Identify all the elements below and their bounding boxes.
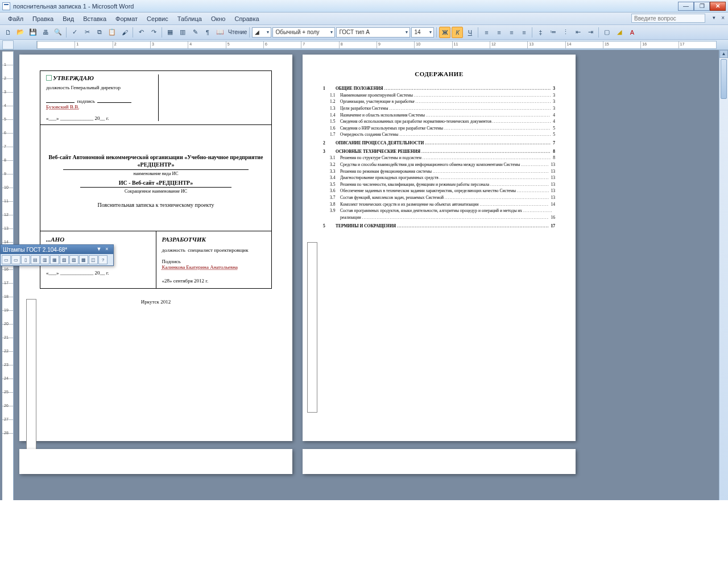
document-canvas[interactable]: УТВЕРЖДАЮ должность Генеральный директор… (14, 50, 719, 537)
copy-button[interactable]: ⧉ (94, 27, 105, 38)
gost-side-stamp (26, 299, 36, 469)
help-dropdown-icon[interactable]: ▾ (713, 15, 715, 20)
font-size-combo[interactable]: 14 (411, 27, 434, 38)
numbering-button[interactable]: ≔ (547, 27, 559, 38)
gost-stamp-button[interactable]: ▭ (2, 255, 11, 264)
gost-stamp-button[interactable]: ◫ (89, 255, 98, 264)
gost-stamp-button[interactable]: ▥ (40, 255, 49, 264)
approve-heading: УТВЕРЖДАЮ (53, 74, 94, 81)
align-justify-button[interactable]: ≡ (518, 27, 530, 38)
toc-title: СОДЕРЖАНИЕ (323, 70, 555, 77)
menu-format[interactable]: Формат (112, 14, 141, 23)
gost-help-button[interactable]: ? (98, 255, 107, 264)
gost-stamp-button[interactable]: ▧ (60, 255, 69, 264)
gost-dropdown-icon[interactable]: ▼ (95, 246, 103, 253)
toolbar-separator (133, 27, 133, 38)
position-label: должность (46, 85, 69, 90)
gost-stamp-button[interactable]: ▨ (69, 255, 78, 264)
menu-table[interactable]: Таблица (174, 14, 205, 23)
sokr-label: Сокращенное наименование ИС (46, 189, 266, 194)
columns-button[interactable]: ▥ (177, 27, 188, 38)
gost-stamp-button[interactable]: ▯ (21, 255, 30, 264)
pilcrow-button[interactable]: ¶ (202, 27, 213, 38)
gost-stamp-button[interactable]: ▤ (31, 255, 40, 264)
open-button[interactable]: 📂 (15, 27, 26, 38)
project-title: Веб-сайт Автономной некоммерческой орган… (46, 153, 266, 168)
undo-button[interactable]: ↶ (135, 27, 147, 38)
toolbar-separator (436, 27, 437, 38)
table-of-contents: 1ОБЩИЕ ПОЛОЖЕНИЯ 31.1Наименование проект… (323, 85, 555, 229)
print-button[interactable]: 🖶 (40, 27, 51, 38)
menu-window[interactable]: Окно (208, 14, 229, 23)
vertical-scrollbar[interactable]: ▲ ▼ ◉ ● ◉ (719, 50, 728, 537)
scroll-thumb[interactable] (721, 59, 727, 99)
page-4-peek[interactable] (303, 449, 576, 474)
agreed-heading: ...АНО (46, 236, 150, 243)
menu-edit[interactable]: Правка (29, 14, 57, 23)
cut-button[interactable]: ✂ (81, 27, 93, 38)
ruler-corner[interactable] (2, 40, 14, 49)
format-painter-button[interactable]: 🖌 (119, 27, 130, 38)
line-spacing-button[interactable]: ‡ (535, 27, 546, 38)
new-doc-button[interactable]: 🗋 (2, 27, 14, 38)
page-3-peek[interactable] (19, 449, 292, 474)
is-name: ИС - Веб-сайт «РЕДЦЕНТР» (46, 180, 266, 186)
font-color-button[interactable]: A (626, 27, 638, 38)
scroll-up-button[interactable]: ▲ (719, 50, 728, 58)
maximize-button[interactable]: ❐ (694, 2, 710, 11)
align-center-button[interactable]: ≡ (493, 27, 504, 38)
document-workspace: 1234567891011121314151617181920212223242… (0, 50, 728, 537)
menubar-close-icon[interactable]: × (721, 15, 725, 21)
standard-toolbar: 🗋 📂 💾 🖶 🔍 ✓ ✂ ⧉ 📋 🖌 ↶ ↷ ▦ ▥ ✎ ¶ 📖 Чтение… (0, 25, 728, 40)
menu-file[interactable]: Файл (5, 14, 27, 23)
horizontal-ruler[interactable]: 1234567891011121314151617 (36, 41, 717, 49)
style-combo[interactable]: Обычный + полу (272, 27, 335, 38)
page1-footer: Иркутск 2012 (40, 299, 272, 305)
font-combo[interactable]: ГОСТ тип А (336, 27, 410, 38)
decrease-indent-button[interactable]: ⇤ (572, 27, 584, 38)
bold-button[interactable]: Ж (439, 27, 450, 38)
reading-label: Чтение (228, 29, 247, 35)
align-right-button[interactable]: ≡ (506, 27, 517, 38)
close-button[interactable]: ✕ (710, 2, 726, 11)
gost-stamp-button[interactable]: ▩ (79, 255, 88, 264)
italic-button[interactable]: К (452, 27, 463, 38)
page-2[interactable]: СОДЕРЖАНИЕ 1ОБЩИЕ ПОЛОЖЕНИЯ 31.1Наименов… (303, 55, 576, 441)
redo-button[interactable]: ↷ (148, 27, 159, 38)
borders-button[interactable]: ▢ (601, 27, 613, 38)
vertical-ruler[interactable]: 1234567891011121314151617181920212223242… (2, 51, 14, 537)
menu-tools[interactable]: Сервис (143, 14, 172, 23)
position3-value: специалист проектировщик (188, 247, 248, 253)
menu-help[interactable]: Справка (231, 14, 262, 23)
gost-stamps-palette[interactable]: Штампы ГОСТ 2.104-68* ▼ × ▭ ▭ ▯ ▤ ▥ ▦ ▧ … (0, 244, 114, 266)
minimize-button[interactable]: — (678, 2, 694, 11)
menu-insert[interactable]: Вставка (80, 14, 110, 23)
save-button[interactable]: 💾 (27, 27, 39, 38)
paste-button[interactable]: 📋 (106, 27, 118, 38)
gost-side-stamp (307, 242, 317, 413)
spellcheck-button[interactable]: ✓ (69, 27, 80, 38)
preview-button[interactable]: 🔍 (52, 27, 64, 38)
gost-close-icon[interactable]: × (103, 246, 111, 253)
menu-view[interactable]: Вид (59, 14, 77, 23)
doc-title: Пояснительная записка к техническому про… (46, 202, 266, 208)
date2-template: «___» _____________ 20__ г. (46, 270, 150, 276)
align-left-button[interactable]: ≡ (481, 27, 492, 38)
gost-stamp-button[interactable]: ▭ (11, 255, 20, 264)
drawing-button[interactable]: ✎ (189, 27, 201, 38)
window-titlebar: пояснительная записка 1 - Microsoft Word… (0, 0, 728, 13)
table-button[interactable]: ▦ (164, 27, 176, 38)
highlight-button[interactable]: ◢ (614, 27, 625, 38)
developer-name: Калинкова Екатерина Анатольевна (162, 264, 266, 270)
increase-indent-button[interactable]: ⇥ (585, 27, 596, 38)
reading-button[interactable]: 📖 (214, 27, 226, 38)
help-search-input[interactable] (631, 14, 705, 23)
bullets-button[interactable]: ⋮ (560, 27, 571, 38)
gost-palette-title: Штампы ГОСТ 2.104-68* (3, 247, 67, 253)
developer-date: «28» сентября 2012 г. (162, 278, 266, 284)
toolbar-separator (249, 27, 250, 38)
position3-label: должность (162, 247, 185, 253)
gost-stamp-button[interactable]: ▦ (50, 255, 59, 264)
underline-button[interactable]: Ч (464, 27, 475, 38)
style-pane-button[interactable]: ◢ (252, 27, 271, 38)
